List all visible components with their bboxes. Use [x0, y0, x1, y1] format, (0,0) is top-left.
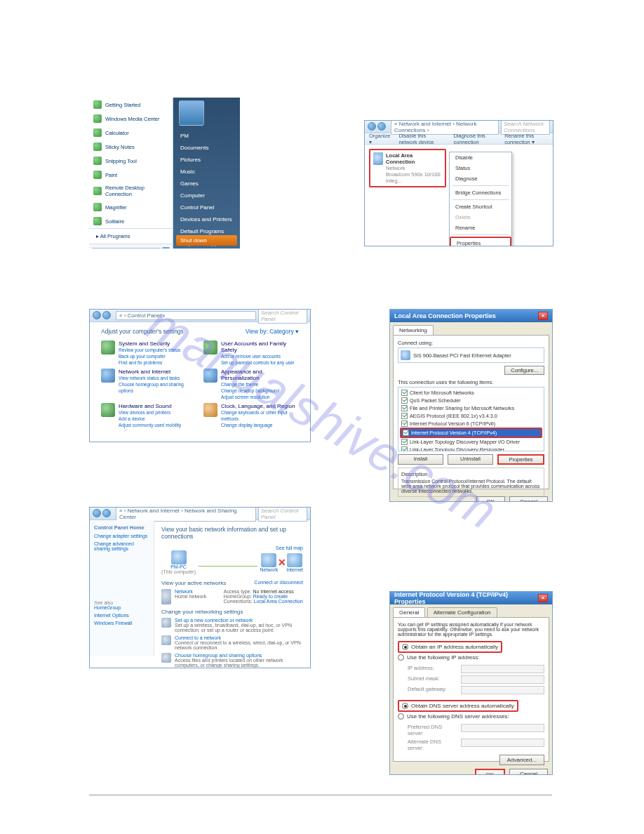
cancel-button[interactable]: Cancel — [509, 769, 548, 775]
start-item[interactable]: Remote Desktop Connection — [89, 182, 173, 200]
local-area-connection-item[interactable]: Local Area Connection Network Broadcom 5… — [369, 149, 446, 187]
cp-network-internet[interactable]: Network and InternetView network status … — [101, 369, 196, 400]
active-net-type[interactable]: Home network — [175, 594, 206, 599]
list-item[interactable]: AEGIS Protocol (IEEE 802.1x) v3.4.3.0 — [400, 412, 542, 420]
cp-hardware-sound[interactable]: Hardware and SoundView devices and print… — [101, 403, 196, 430]
items-listbox[interactable]: Client for Microsoft Networks QoS Packet… — [398, 387, 544, 451]
list-item[interactable]: Link-Layer Topology Discovery Responder — [400, 446, 542, 451]
firewall-link[interactable]: Windows Firewall — [94, 621, 149, 626]
ctx-shortcut[interactable]: Create Shortcut — [450, 201, 511, 212]
nav-buttons[interactable] — [93, 311, 114, 321]
checkbox-icon[interactable] — [401, 397, 408, 404]
view-by-dropdown[interactable]: View by: Category ▾ — [246, 328, 299, 335]
connect-disconnect-link[interactable]: Connect or disconnect — [254, 580, 303, 586]
start-right-item[interactable]: Computer — [179, 190, 234, 201]
cp-clock-language[interactable]: Clock, Language, and RegionChange keyboa… — [203, 403, 299, 430]
checkbox-icon[interactable] — [401, 390, 408, 396]
user-picture[interactable] — [179, 100, 204, 126]
toolbar-item[interactable]: Organize ▾ — [369, 133, 390, 145]
uninstall-button[interactable]: Uninstall — [448, 454, 493, 465]
nav-buttons[interactable] — [93, 509, 114, 519]
change-adapter-link[interactable]: Change adapter settings — [94, 534, 149, 538]
all-programs[interactable]: ▸ All Programs — [89, 228, 173, 244]
list-item[interactable]: Client for Microsoft Networks — [400, 389, 542, 397]
cp-system-security[interactable]: System and SecurityReview your computer'… — [101, 340, 196, 366]
configure-button[interactable]: Configure... — [504, 366, 544, 375]
cp-cat-link[interactable]: Add or remove user accounts — [221, 354, 281, 359]
cp-cat-link[interactable]: Adjust commonly used mobility settings — [119, 423, 181, 430]
breadcrumb[interactable]: « › Control Panel › — [116, 311, 256, 320]
ctx-properties[interactable]: Properties — [450, 237, 511, 246]
start-search-input[interactable] — [92, 248, 161, 249]
task-row[interactable]: Set up a new connection or networkSet up… — [161, 618, 303, 633]
see-full-map-link[interactable]: See full map — [161, 545, 303, 550]
tab-alt-config[interactable]: Alternate Configuration — [427, 607, 497, 617]
start-item[interactable]: Sticky Notes — [89, 140, 173, 154]
change-sharing-link[interactable]: Change advanced sharing settings — [94, 541, 149, 551]
ctx-rename[interactable]: Rename — [450, 223, 511, 233]
internet-options-link[interactable]: Internet Options — [94, 613, 149, 618]
search-input[interactable]: Search Control Panel — [258, 507, 307, 522]
start-item[interactable]: Getting Started — [89, 98, 173, 112]
tab-general[interactable]: General — [393, 607, 425, 617]
cp-cat-link[interactable]: Review your computer's status — [119, 348, 180, 352]
cp-cat-link[interactable]: View network status and tasks — [119, 376, 180, 380]
cp-user-accounts[interactable]: User Accounts and Family SafetyAdd or re… — [203, 340, 299, 366]
cp-cat-link[interactable]: Adjust screen resolution — [221, 395, 269, 399]
obtain-dns-auto-radio[interactable]: Obtain DNS server address automatically — [398, 700, 518, 712]
cancel-button[interactable]: Cancel — [509, 496, 548, 502]
ctx-diagnose[interactable]: Diagnose — [450, 173, 511, 184]
ok-button[interactable]: OK — [475, 769, 506, 775]
ok-button[interactable]: OK — [476, 496, 506, 502]
homegroup-link[interactable]: HomeGroup — [94, 605, 149, 610]
cp-cat-link[interactable]: Change the theme — [221, 382, 258, 387]
properties-button[interactable]: Properties — [497, 454, 544, 465]
cp-appearance[interactable]: Appearance and PersonalizationChange the… — [203, 369, 299, 400]
breadcrumb[interactable]: « › Network and Internet › Network and S… — [116, 507, 256, 522]
cp-cat-link[interactable]: Find and fix problems — [119, 360, 162, 365]
cp-cat-link[interactable]: View devices and printers — [119, 410, 170, 415]
close-button[interactable]: × — [538, 312, 548, 320]
toolbar-item[interactable]: Rename this connection ▾ — [504, 133, 549, 145]
advanced-button[interactable]: Advanced... — [499, 755, 544, 765]
checkbox-icon[interactable] — [401, 421, 408, 427]
start-right-item[interactable]: Control Panel — [179, 201, 234, 213]
kv-value[interactable]: Ready to create — [253, 594, 288, 599]
list-item[interactable]: File and Printer Sharing for Microsoft N… — [400, 404, 542, 412]
cp-cat-link[interactable]: Change display language — [221, 423, 272, 428]
list-item[interactable]: Link-Layer Topology Discovery Mapper I/O… — [400, 438, 542, 446]
ctx-disable[interactable]: Disable — [450, 152, 511, 163]
search-input[interactable]: Search Control Panel — [258, 309, 307, 324]
start-right-item[interactable]: Devices and Printers — [179, 213, 234, 225]
task-row[interactable]: Connect to a networkConnect or reconnect… — [161, 635, 303, 650]
cp-cat-link[interactable]: Change desktop background — [221, 388, 279, 393]
obtain-ip-auto-radio[interactable]: Obtain an IP address automatically — [398, 641, 502, 653]
start-right-item[interactable]: Documents — [179, 142, 234, 154]
start-item[interactable]: Windows Media Center — [89, 112, 173, 126]
ctx-bridge[interactable]: Bridge Connections — [450, 187, 511, 198]
use-dns-radio[interactable]: Use the following DNS server addresses: — [398, 712, 544, 721]
ctx-status[interactable]: Status — [450, 163, 511, 173]
start-item[interactable]: Calculator — [89, 126, 173, 140]
close-button[interactable]: × — [538, 594, 548, 602]
shutdown-button[interactable]: Shut down — [176, 235, 237, 246]
start-item[interactable]: Magnifier — [89, 200, 173, 214]
checkbox-icon[interactable] — [401, 446, 408, 451]
toolbar-item[interactable]: Disable this network device — [398, 133, 445, 145]
toolbar-item[interactable]: Diagnose this connection — [453, 133, 496, 145]
cp-cat-link[interactable]: Change keyboards or other input methods — [221, 410, 288, 421]
cp-cat-link[interactable]: Choose homegroup and sharing options — [119, 382, 184, 393]
list-item[interactable]: QoS Packet Scheduler — [400, 397, 542, 404]
nav-buttons[interactable] — [368, 122, 389, 132]
start-right-item[interactable]: Pictures — [179, 154, 234, 166]
list-item[interactable]: Internet Protocol Version 6 (TCP/IPv6) — [400, 420, 542, 428]
start-item[interactable]: Snipping Tool — [89, 154, 173, 168]
start-right-item[interactable]: Games — [179, 178, 234, 190]
cp-cat-link[interactable]: Add a device — [119, 416, 145, 421]
search-icon[interactable] — [162, 247, 170, 249]
tab-networking[interactable]: Networking — [393, 325, 434, 335]
task-row[interactable]: Choose homegroup and sharing optionsAcce… — [161, 653, 303, 668]
checkbox-icon[interactable] — [401, 413, 408, 419]
cp-cat-link[interactable]: Back up your computer — [119, 354, 166, 359]
checkbox-icon[interactable] — [403, 430, 409, 436]
